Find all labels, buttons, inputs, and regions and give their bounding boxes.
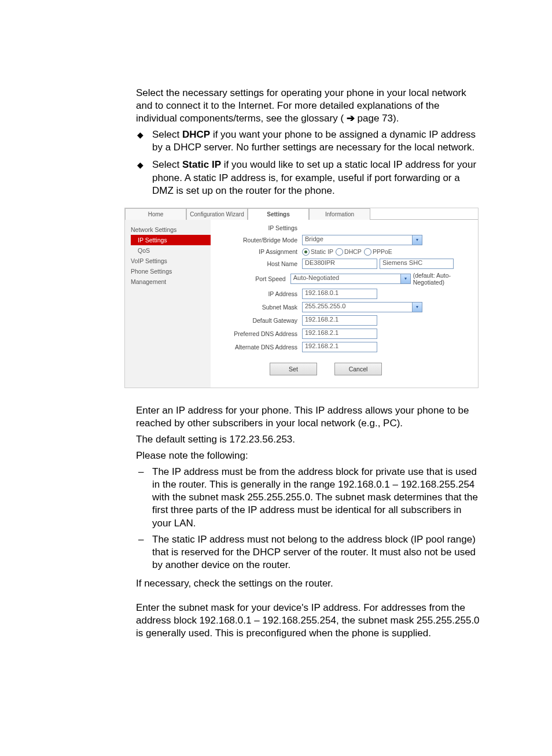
dhcp-option: Select DHCP if you want your phone to be… (136, 128, 480, 154)
host-suffix-input[interactable]: Siemens SHC (380, 259, 454, 269)
alternate-dns-label: Alternate DNS Address (216, 344, 302, 351)
static-ip-bold: Static IP (182, 159, 221, 170)
please-note-paragraph: Please note the following: (136, 449, 480, 462)
page-ref: page 73). (355, 113, 399, 124)
radio-dhcp[interactable]: DHCP (336, 248, 362, 256)
ip-address-input[interactable]: 192.168.0.1 (302, 289, 377, 299)
subnet-mask-label: Subnet Mask (216, 304, 302, 311)
enter-ip-paragraph: Enter an IP address for your phone. This… (136, 404, 480, 430)
intro-paragraph: Select the necessary settings for operat… (136, 87, 480, 125)
router-bridge-value: Bridge (302, 235, 412, 245)
ip-assignment-label: IP Assignment (216, 248, 302, 255)
radio-checked-icon (302, 248, 310, 256)
form-title: IP Settings (216, 223, 297, 235)
sidebar-management[interactable]: Management (125, 276, 211, 287)
check-router-paragraph: If necessary, check the settings on the … (136, 577, 480, 590)
preferred-dns-input[interactable]: 192.168.2.1 (302, 329, 377, 339)
tab-settings[interactable]: Settings (248, 208, 309, 220)
form-area: IP Settings Router/Bridge Mode Bridge ▾ … (211, 220, 478, 388)
host-name-label: Host Name (216, 260, 302, 267)
radio-pppoe[interactable]: PPPoE (364, 248, 392, 256)
sidebar-voip-settings[interactable]: VoIP Settings (125, 256, 211, 266)
subnet-mask-select[interactable]: 255.255.255.0 ▾ (302, 302, 422, 312)
config-screenshot: Home Configuration Wizard Settings Infor… (124, 208, 479, 388)
note-address-block: The IP address must be from the address … (136, 466, 480, 529)
preferred-dns-label: Preferred DNS Address (216, 330, 302, 337)
port-speed-value: Auto-Negotiated (290, 274, 400, 284)
set-button[interactable]: Set (270, 363, 317, 375)
sidebar: Network Settings IP Settings QoS VoIP Se… (125, 220, 211, 388)
radio-icon (364, 248, 371, 256)
chevron-down-icon[interactable]: ▾ (412, 302, 422, 312)
sidebar-phone-settings[interactable]: Phone Settings (125, 266, 211, 276)
tab-wizard[interactable]: Configuration Wizard (186, 208, 248, 220)
options-list: Select DHCP if you want your phone to be… (136, 128, 480, 197)
chevron-down-icon[interactable]: ▾ (400, 274, 411, 284)
tab-filler (370, 208, 478, 220)
subnet-paragraph: Enter the subnet mask for your device's … (136, 602, 480, 640)
tab-information[interactable]: Information (309, 208, 370, 220)
host-name-input[interactable]: DE380IPR (302, 259, 377, 269)
router-bridge-select[interactable]: Bridge ▾ (302, 235, 422, 245)
default-gateway-input[interactable]: 192.168.2.1 (302, 315, 377, 326)
subnet-mask-value: 255.255.255.0 (302, 302, 412, 312)
port-speed-select[interactable]: Auto-Negotiated ▾ (290, 274, 411, 284)
router-bridge-label: Router/Bridge Mode (216, 237, 302, 244)
tab-home[interactable]: Home (125, 208, 186, 220)
radio-static-ip[interactable]: Static IP (302, 248, 333, 256)
note-ip-pool: The static IP address must not belong to… (136, 533, 480, 571)
intro-text: Select the necessary settings for operat… (136, 87, 466, 124)
ip-address-label: IP Address (216, 290, 302, 297)
sidebar-network-settings[interactable]: Network Settings (125, 224, 211, 235)
port-speed-label: Port Speed (216, 275, 290, 282)
sidebar-ip-settings[interactable]: IP Settings (131, 235, 211, 245)
default-gateway-label: Default Gateway (216, 317, 302, 324)
static-ip-option: Select Static IP if you would like to se… (136, 158, 480, 197)
notes-list: The IP address must be from the address … (136, 466, 480, 571)
default-setting-paragraph: The default setting is 172.23.56.253. (136, 433, 480, 446)
ip-assignment-radios: Static IP DHCP PPPoE (302, 248, 392, 256)
tab-bar: Home Configuration Wizard Settings Infor… (125, 208, 478, 220)
alternate-dns-input[interactable]: 192.168.2.1 (302, 342, 377, 352)
arrow-icon: ➔ (347, 112, 355, 125)
sidebar-qos[interactable]: QoS (125, 245, 211, 256)
chevron-down-icon[interactable]: ▾ (412, 235, 422, 245)
radio-icon (336, 248, 343, 256)
port-speed-default: (default: Auto-Negotiated) (413, 272, 472, 286)
cancel-button[interactable]: Cancel (334, 363, 382, 375)
dhcp-bold: DHCP (182, 129, 210, 140)
